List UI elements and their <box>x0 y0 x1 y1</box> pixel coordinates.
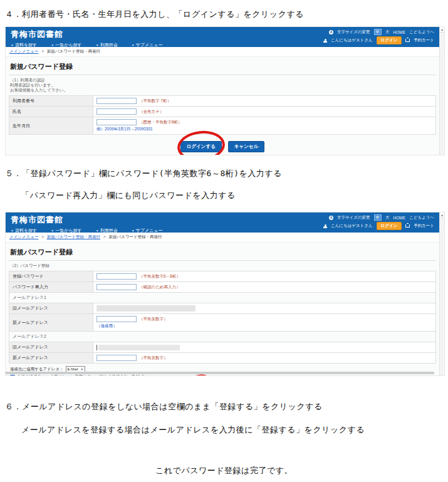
userbar: こんにちはゲストさん ログイン 予約カート <box>323 36 434 45</box>
step4-text: ４．利用者番号・氏名・生年月日を入力し、「ログインする」をクリックする <box>5 9 304 20</box>
font-size-large-button[interactable]: 大 <box>385 29 390 35</box>
scroll-up-icon[interactable]: ▲ <box>440 212 444 218</box>
contact-change-row: ✓ 今後の連絡先はこのアドレスに変更する （現在の連絡方法：E-Mail） <box>9 374 436 376</box>
nav-label: 利用照会 <box>100 42 118 48</box>
reservation-cart-link[interactable]: 予約カート <box>414 38 434 43</box>
scroll-up-icon[interactable]: ▲ <box>440 27 444 33</box>
nav-label: 利用照会 <box>100 228 118 234</box>
password-input[interactable] <box>96 273 137 280</box>
nav-submenu[interactable]: ▼サブメニュー <box>132 228 163 234</box>
user-number-input[interactable] <box>96 98 137 104</box>
contact-change-checkbox[interactable]: ✓ <box>10 375 15 377</box>
name-label: 氏名 <box>9 107 93 117</box>
screenshot-password-form: 青梅市図書館 A 文字サイズの変更 中 大 HOME こどもようへ こんにちはゲ… <box>5 212 445 376</box>
button-row: ログインする キャンセル <box>9 141 436 152</box>
topbar: A 文字サイズの変更 中 大 HOME こどもようへ <box>329 29 434 35</box>
topbar: A 文字サイズの変更 中 大 HOME こどもようへ <box>329 214 434 221</box>
old-email2-value <box>98 345 180 350</box>
scrollbar[interactable]: ▲ <box>439 212 444 375</box>
screenshot-login-form: 青梅市図書館 A 文字サイズの変更 中 大 HOME こどもようへ こんにちはゲ… <box>5 26 445 155</box>
chevron-down-icon: ▼ <box>51 43 54 47</box>
password-label: 登録パスワード <box>9 271 93 282</box>
font-size-label: 文字サイズの変更 <box>337 215 370 221</box>
site-header: 青梅市図書館 A 文字サイズの変更 中 大 HOME こどもようへ こんにちはゲ… <box>6 27 439 47</box>
nav-label: 資料を探す <box>15 228 37 234</box>
new-email2-input[interactable] <box>96 355 137 361</box>
reservation-cart-link[interactable]: 予約カート <box>414 223 434 229</box>
nav-submenu[interactable]: ▼サブメニュー <box>132 42 163 48</box>
kids-page-link[interactable]: こどもようへ <box>409 29 434 35</box>
section-title: （2）パスワード登録 <box>9 263 436 268</box>
kids-page-link[interactable]: こどもようへ <box>409 215 434 221</box>
chevron-down-icon: ▼ <box>11 229 14 233</box>
font-size-label: 文字サイズの変更 <box>337 29 370 35</box>
breadcrumb-separator: > <box>41 49 44 53</box>
nav-browse-lists[interactable]: ▼一覧から探す <box>51 228 81 234</box>
page-title: 新規パスワード登録 <box>9 246 436 261</box>
font-size-medium-button[interactable]: 中 <box>374 29 382 35</box>
font-size-icon: A <box>329 30 333 34</box>
nav-search-materials[interactable]: ▼資料を探す <box>11 42 37 48</box>
birthdate-example: 例）2009年3月1日→20090301 <box>96 127 432 132</box>
nav-search-materials[interactable]: ▼資料を探す <box>11 228 37 234</box>
selected-value: E-Mail <box>68 367 78 371</box>
field-hint: （半角英数字） <box>139 317 168 321</box>
nav-label: 資料を探す <box>15 42 37 48</box>
nav-usage-inquiry[interactable]: ▼利用照会 <box>96 228 118 234</box>
field-hint: （全角カナ） <box>139 109 164 113</box>
chevron-down-icon: ▼ <box>96 229 99 233</box>
field-hint: （半角英数字6～8桁） <box>139 274 180 278</box>
birthdate-input[interactable] <box>96 119 137 125</box>
home-link[interactable]: HOME <box>393 216 406 220</box>
site-header: 青梅市図書館 A 文字サイズの変更 中 大 HOME こどもようへ こんにちはゲ… <box>6 212 439 233</box>
breadcrumb-current: 新規パスワード登録・再発行 <box>47 49 100 53</box>
scrollbar[interactable]: ▲ <box>439 27 444 155</box>
user-number-label: 利用者番号 <box>9 96 93 107</box>
nav-usage-inquiry[interactable]: ▼利用照会 <box>96 42 118 48</box>
email2-section-header: メールアドレス2 <box>9 332 436 342</box>
old-email1-label: 旧メールアドレス <box>9 303 93 314</box>
home-link[interactable]: HOME <box>393 30 406 34</box>
table-row: 利用者番号 （半角数字 7桁） <box>9 96 436 107</box>
window-footer-bar <box>6 372 434 374</box>
completion-text: これでパスワード登録は完了です。 <box>0 465 448 476</box>
greeting-text: こんにちはゲストさん <box>331 223 373 229</box>
cancel-button[interactable]: キャンセル <box>228 141 264 152</box>
login-submit-button[interactable]: ログインする <box>180 141 222 152</box>
contact-change-label: 今後の連絡先はこのアドレスに変更する （現在の連絡方法：E-Mail） <box>17 374 148 376</box>
table-row: 氏名 （全角カナ） <box>9 107 436 117</box>
breadcrumb-current: 新規パスワード登録・再発行 <box>108 234 162 239</box>
font-size-medium-button[interactable]: 中 <box>374 214 382 221</box>
breadcrumb-separator: > <box>103 234 106 239</box>
userbar: こんにちはゲストさん ログイン 予約カート <box>323 222 434 230</box>
password-confirm-input[interactable] <box>96 284 137 290</box>
login-button[interactable]: ログイン <box>377 36 402 45</box>
name-input[interactable] <box>96 108 137 115</box>
cart-icon <box>405 39 410 42</box>
table-row: 旧メールアドレス <box>9 342 436 353</box>
font-size-large-button[interactable]: 大 <box>385 215 390 221</box>
new-email2-label: 新メールアドレス <box>9 353 93 364</box>
login-form-table: 利用者番号 （半角数字 7桁） 氏名 （全角カナ） 生年月日 （西暦・半角数字8… <box>9 95 436 135</box>
chevron-down-icon: ▼ <box>96 43 99 47</box>
old-email1-value <box>96 305 195 312</box>
step6-text-line2: メールアドレスを登録する場合はメールアドレスを入力後に「登録する」をクリックする <box>21 424 365 436</box>
breadcrumb-main-menu[interactable]: メインメニュー <box>9 234 38 239</box>
new-email1-input[interactable] <box>96 316 137 322</box>
page-content: 新規パスワード登録 （1）利用者の認証 利用者認証を行います。 お客様情報を入力… <box>6 57 439 152</box>
field-hint: （西暦・半角数字8桁） <box>139 120 182 124</box>
chevron-down-icon: ▼ <box>132 43 135 47</box>
email1-section-header: メールアドレス1 <box>9 293 436 303</box>
nav-browse-lists[interactable]: ▼一覧から探す <box>51 42 81 48</box>
breadcrumb-password-page[interactable]: 新規パスワード登録・再発行 <box>47 234 100 239</box>
field-hint: （半角数字 7桁） <box>139 98 171 103</box>
table-row: 登録パスワード （半角英数字6～8桁） <box>9 271 436 282</box>
breadcrumb-main-menu[interactable]: メインメニュー <box>9 49 38 53</box>
description-line: お客様情報を入力して下さい。 <box>9 88 436 93</box>
chevron-down-icon: ▼ <box>132 229 135 233</box>
user-icon <box>323 224 327 228</box>
user-icon <box>323 39 327 43</box>
contact-use-note: （連絡用） <box>96 323 432 329</box>
login-button[interactable]: ログイン <box>377 222 402 230</box>
birthdate-label: 生年月日 <box>9 117 93 135</box>
